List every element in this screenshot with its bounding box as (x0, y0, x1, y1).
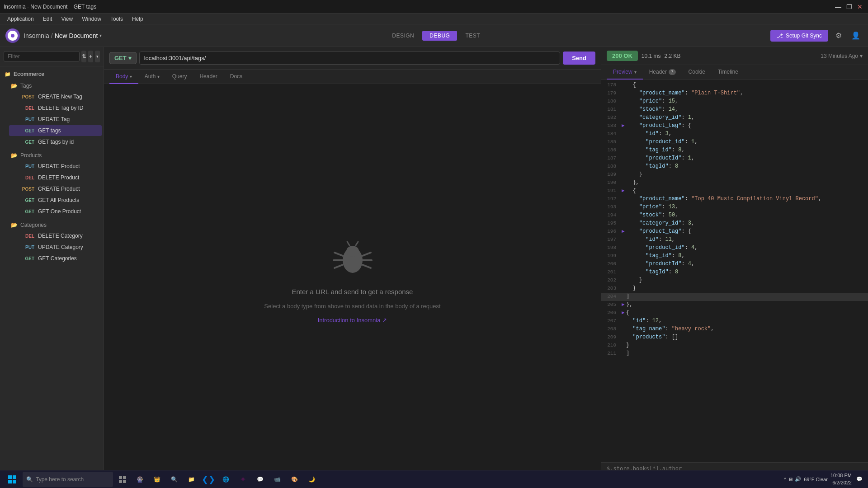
subgroup-tags-header[interactable]: 📂 Tags (7, 81, 104, 91)
sidebar-item-update-product[interactable]: PUT UPDATE Product (9, 161, 102, 172)
line-content: "stock": 50, (626, 212, 868, 218)
taskview-button[interactable] (115, 472, 130, 487)
menu-window[interactable]: Window (78, 15, 105, 23)
settings-button[interactable]: ⚙ (832, 29, 845, 42)
sidebar-item-update-category[interactable]: PUT UPDATE Category (9, 242, 102, 253)
line-content: "product_tag": { (626, 228, 868, 235)
menu-view[interactable]: View (57, 15, 76, 23)
method-dropdown-icon: ▾ (128, 55, 132, 61)
maximize-button[interactable]: ❐ (844, 2, 854, 11)
tab-header[interactable]: Header (193, 70, 223, 84)
app-icon-crown[interactable]: 👑 (149, 472, 165, 487)
document-name[interactable]: New Document (55, 32, 98, 39)
tab-test[interactable]: TEST (458, 31, 487, 41)
sidebar-item-update-tag[interactable]: PUT UPDATE Tag (9, 114, 102, 125)
sidebar-item-create-tag[interactable]: POST CREATE New Tag (9, 91, 102, 102)
tab-timeline[interactable]: Timeline (712, 65, 745, 80)
search-taskbar[interactable]: 🔍 Type here to search (23, 472, 113, 487)
group-ecommerce[interactable]: 📁 Ecommerce (0, 68, 104, 79)
intro-link[interactable]: Introduction to Insomnia ↗ (318, 317, 387, 324)
sort-button[interactable]: ⇅ (81, 51, 86, 62)
code-line: 200 "productId": 4, (601, 260, 868, 268)
request-tabs: Body ▾ Auth ▾ Query Header Docs (104, 70, 601, 84)
menu-edit[interactable]: Edit (39, 15, 56, 23)
close-button[interactable]: ✕ (855, 2, 864, 11)
code-line: 184 "id": 3, (601, 130, 868, 138)
tab-debug[interactable]: DEBUG (422, 31, 457, 41)
item-label: GET All Products (38, 197, 79, 203)
response-area: 200 OK 10.1 ms 2.2 KB 13 Minutes Ago ▾ P… (601, 47, 868, 474)
tab-auth[interactable]: Auth ▾ (138, 70, 166, 84)
line-number: 198 (601, 244, 622, 250)
line-number: 184 (601, 131, 622, 136)
add-dropdown-button[interactable]: ▾ (95, 51, 100, 62)
method-badge-put: PUT (20, 164, 34, 169)
response-timestamp[interactable]: 13 Minutes Ago ▾ (821, 53, 863, 59)
line-number: 204 (601, 293, 622, 299)
tab-body[interactable]: Body ▾ (109, 70, 138, 84)
setup-git-button[interactable]: ⎇ Setup Git Sync (770, 30, 828, 42)
menu-help[interactable]: Help (128, 15, 147, 23)
app-icon-figma[interactable]: 🎨 (287, 472, 302, 487)
line-content: ] (626, 350, 868, 357)
menu-application[interactable]: Application (4, 15, 38, 23)
sidebar-item-get-tags[interactable]: GET GET tags (9, 125, 102, 136)
app-icon-discord[interactable]: 💬 (252, 472, 268, 487)
menubar: Application Edit View Window Tools Help (0, 14, 868, 24)
tab-design[interactable]: DESIGN (385, 31, 421, 41)
subgroup-products-header[interactable]: 📂 Products (7, 150, 104, 160)
subgroup-categories-header[interactable]: 📂 Categories (7, 220, 104, 230)
tab-query[interactable]: Query (166, 70, 193, 84)
sidebar-item-delete-category[interactable]: DEL DELETE Category (9, 230, 102, 241)
code-line: 208 "tag_name": "heavy rock", (601, 325, 868, 333)
app-icon-files[interactable]: 📁 (184, 472, 199, 487)
sidebar-item-create-product[interactable]: POST CREATE Product (9, 183, 102, 194)
response-body[interactable]: 178 {179 "product_name": "Plain T-Shirt"… (601, 80, 868, 462)
line-content: "id": 3, (626, 131, 868, 137)
svg-rect-15 (123, 476, 126, 479)
sidebar-item-delete-product[interactable]: DEL DELETE Product (9, 172, 102, 183)
subgroup-folder-icon: 📂 (11, 222, 18, 228)
app-icon-slack[interactable]: ✦ (235, 472, 250, 487)
code-line: 189 } (601, 171, 868, 179)
send-button[interactable]: Send (563, 52, 595, 65)
method-badge-get: GET (20, 198, 34, 203)
tab-preview[interactable]: Preview ▾ (607, 65, 643, 80)
app-icon-zoom[interactable]: 📹 (269, 472, 285, 487)
header-count-badge: 7 (669, 69, 676, 75)
sidebar-item-delete-tag[interactable]: DEL DELETE Tag by ID (9, 103, 102, 113)
sidebar-item-get-one-product[interactable]: GET GET One Product (9, 206, 102, 217)
code-line: 183▶ "product_tag": { (601, 122, 868, 130)
code-line: 193 "price": 13, (601, 203, 868, 211)
sidebar-item-get-categories[interactable]: GET GET Categories (9, 253, 102, 264)
minimize-button[interactable]: — (834, 2, 843, 11)
svg-line-9 (356, 242, 358, 245)
app-icon-pinwheel[interactable]: 🎡 (132, 472, 147, 487)
app-icon-search[interactable]: 🔍 (166, 472, 182, 487)
url-input[interactable] (139, 52, 560, 65)
app-icon-insomnia[interactable]: 🌙 (304, 472, 319, 487)
method-dropdown[interactable]: GET ▾ (109, 52, 137, 64)
sidebar-item-get-tags-by-id[interactable]: GET GET tags by id (9, 136, 102, 147)
chevron-icon[interactable]: ^ (784, 477, 786, 482)
subgroup-products: 📂 Products PUT UPDATE Product DEL DELETE… (0, 149, 104, 218)
tab-docs[interactable]: Docs (224, 70, 249, 84)
code-line: 192 "product_name": "Top 40 Music Compil… (601, 195, 868, 203)
app-icon-vscode[interactable]: ❮❯ (201, 472, 216, 487)
breadcrumb-dropdown-icon[interactable]: ▾ (99, 33, 102, 38)
start-button[interactable] (4, 471, 21, 488)
response-size: 2.2 KB (665, 53, 681, 59)
add-button[interactable]: + (88, 51, 93, 62)
tab-header[interactable]: Header 7 (643, 65, 682, 80)
tab-cookie[interactable]: Cookie (682, 65, 712, 80)
code-line: 191▶ { (601, 187, 868, 195)
notification-button[interactable]: 💬 (854, 474, 864, 484)
filter-input[interactable] (4, 51, 80, 62)
account-button[interactable]: 👤 (849, 29, 863, 42)
sidebar-item-get-all-products[interactable]: GET GET All Products (9, 195, 102, 206)
app-icon-chrome[interactable]: 🌐 (218, 472, 233, 487)
code-line: 202 } (601, 277, 868, 285)
clock[interactable]: 10:08 PM 6/2/2022 (830, 472, 852, 486)
line-number: 199 (601, 253, 622, 258)
menu-tools[interactable]: Tools (107, 15, 127, 23)
